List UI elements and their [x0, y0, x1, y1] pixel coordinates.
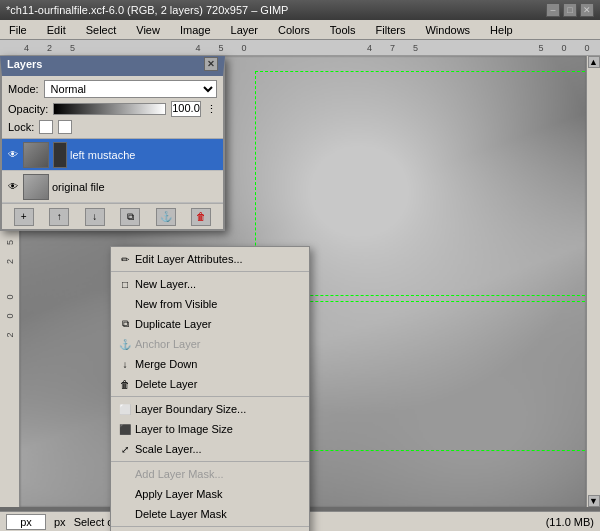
scroll-track: [588, 68, 600, 495]
new-layer-button[interactable]: +: [14, 208, 34, 226]
menu-help[interactable]: Help: [485, 22, 518, 38]
menu-colors[interactable]: Colors: [273, 22, 315, 38]
opacity-slider[interactable]: [53, 103, 166, 115]
title-bar: *ch11-ourfinalfile.xcf-6.0 (RGB, 2 layer…: [0, 0, 600, 20]
delete-icon: 🗑: [117, 376, 133, 392]
menu-view[interactable]: View: [131, 22, 165, 38]
add-mask-icon: [117, 466, 133, 482]
maximize-button[interactable]: □: [563, 3, 577, 17]
ruler-horizontal: 425 450 475 500 525 550: [0, 40, 600, 56]
apply-icon: [117, 486, 133, 502]
layer-visibility-toggle[interactable]: 👁: [6, 180, 20, 194]
ctx-new-layer[interactable]: □ New Layer...: [111, 274, 309, 294]
delete-mask-icon: [117, 506, 133, 522]
opacity-value[interactable]: 100.0: [171, 101, 201, 117]
mode-select[interactable]: Normal: [44, 80, 217, 98]
visible-icon: [117, 296, 133, 312]
anchor-icon: ⚓: [117, 336, 133, 352]
ctx-separator: [111, 526, 309, 527]
layers-panel-title: Layers: [7, 58, 42, 70]
layer-item[interactable]: 👁 original file: [2, 171, 223, 203]
ctx-duplicate-layer[interactable]: ⧉ Duplicate Layer: [111, 314, 309, 334]
menu-image[interactable]: Image: [175, 22, 216, 38]
title-bar-buttons: – □ ✕: [546, 3, 594, 17]
apply-label: Apply Layer Mask: [135, 488, 222, 500]
ctx-scale-layer[interactable]: ⤢ Scale Layer...: [111, 439, 309, 459]
close-button[interactable]: ✕: [580, 3, 594, 17]
image-size-icon: ⬛: [117, 421, 133, 437]
layer-thumbnail: [23, 174, 49, 200]
layers-title-bar: Layers ✕: [2, 57, 223, 71]
new-layer-icon: □: [117, 276, 133, 292]
ctx-layer-to-image-size[interactable]: ⬛ Layer to Image Size: [111, 419, 309, 439]
opacity-icon[interactable]: ⋮: [206, 103, 217, 116]
scroll-down-button[interactable]: ▼: [588, 495, 600, 507]
ctx-merge-down[interactable]: ↓ Merge Down: [111, 354, 309, 374]
zoom-unit-label: px: [54, 516, 66, 528]
layers-footer: + ↑ ↓ ⧉ ⚓ 🗑: [2, 203, 223, 229]
ctx-new-from-visible[interactable]: New from Visible: [111, 294, 309, 314]
layer-visibility-toggle[interactable]: 👁: [6, 148, 20, 162]
menu-select[interactable]: Select: [81, 22, 122, 38]
ctx-anchor-layer: ⚓ Anchor Layer: [111, 334, 309, 354]
ctx-separator: [111, 396, 309, 397]
menu-tools[interactable]: Tools: [325, 22, 361, 38]
ctx-separator: [111, 271, 309, 272]
duplicate-icon: ⧉: [117, 316, 133, 332]
lower-layer-button[interactable]: ↓: [85, 208, 105, 226]
raise-layer-button[interactable]: ↑: [49, 208, 69, 226]
lock-row: Lock:: [8, 120, 217, 134]
lock-label: Lock:: [8, 121, 34, 133]
menu-file[interactable]: File: [4, 22, 32, 38]
anchor-layer-button[interactable]: ⚓: [156, 208, 176, 226]
scrollbar-vertical[interactable]: ▲ ▼: [586, 56, 600, 507]
layer-thumbnail: [23, 142, 49, 168]
menu-filters[interactable]: Filters: [371, 22, 411, 38]
ctx-add-layer-mask: Add Layer Mask...: [111, 464, 309, 484]
ctx-layer-boundary-size[interactable]: ⬜ Layer Boundary Size...: [111, 399, 309, 419]
scale-icon: ⤢: [117, 441, 133, 457]
merge-icon: ↓: [117, 356, 133, 372]
menu-windows[interactable]: Windows: [420, 22, 475, 38]
layer-item[interactable]: 👁 left mustache: [2, 139, 223, 171]
ctx-apply-layer-mask[interactable]: Apply Layer Mask: [111, 484, 309, 504]
layers-close-button[interactable]: ✕: [204, 57, 218, 71]
menu-layer[interactable]: Layer: [226, 22, 264, 38]
duplicate-layer-button[interactable]: ⧉: [120, 208, 140, 226]
delete-layer-button[interactable]: 🗑: [191, 208, 211, 226]
ctx-delete-layer[interactable]: 🗑 Delete Layer: [111, 374, 309, 394]
edit-icon: ✏: [117, 251, 133, 267]
zoom-input[interactable]: [6, 514, 46, 530]
layers-panel: Layers ✕ Mode: Normal Opacity: 100.0 ⋮ L…: [0, 56, 225, 231]
layer-name: original file: [52, 181, 219, 193]
scroll-up-button[interactable]: ▲: [588, 56, 600, 68]
ctx-separator: [111, 461, 309, 462]
lock-position-checkbox[interactable]: [58, 120, 72, 134]
lock-pixels-checkbox[interactable]: [39, 120, 53, 134]
layer-mask-thumbnail: [53, 142, 67, 168]
opacity-row: Opacity: 100.0 ⋮: [8, 101, 217, 117]
menu-bar: File Edit Select View Image Layer Colors…: [0, 20, 600, 40]
layer-name: left mustache: [70, 149, 219, 161]
layers-header: Mode: Normal Opacity: 100.0 ⋮ Lock:: [2, 76, 223, 139]
opacity-label: Opacity:: [8, 103, 48, 115]
minimize-button[interactable]: –: [546, 3, 560, 17]
main-area: 200 250 300 350 ▲ ▼ Layers ✕ Mode: Norma…: [0, 56, 600, 507]
layer-list: 👁 left mustache 👁 original file: [2, 139, 223, 203]
mode-row: Mode: Normal: [8, 80, 217, 98]
file-size-label: (11.0 MB): [546, 516, 594, 528]
window-title: *ch11-ourfinalfile.xcf-6.0 (RGB, 2 layer…: [6, 4, 288, 16]
context-menu: ✏ Edit Layer Attributes... □ New Layer..…: [110, 246, 310, 531]
menu-edit[interactable]: Edit: [42, 22, 71, 38]
duplicate-layer-label: Duplicate Layer: [135, 318, 211, 330]
ctx-edit-layer-attributes[interactable]: ✏ Edit Layer Attributes...: [111, 249, 309, 269]
ctx-delete-layer-mask[interactable]: Delete Layer Mask: [111, 504, 309, 524]
mode-label: Mode:: [8, 83, 39, 95]
boundary-icon: ⬜: [117, 401, 133, 417]
